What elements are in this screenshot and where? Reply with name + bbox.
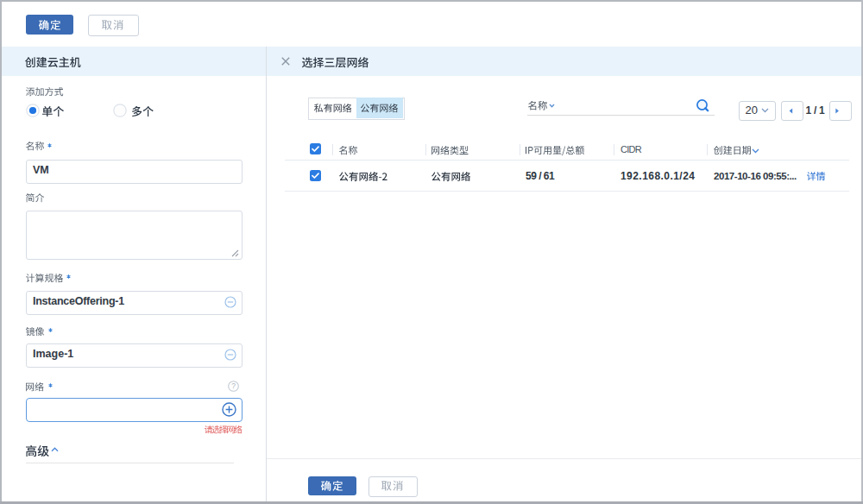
svg-text:?: ? xyxy=(231,381,236,390)
